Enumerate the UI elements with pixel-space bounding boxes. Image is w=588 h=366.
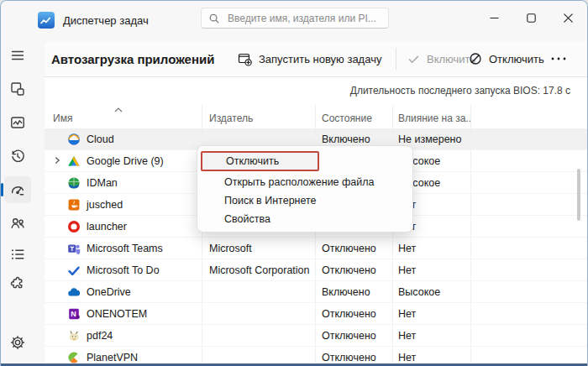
ellipsis-icon: [550, 56, 567, 61]
impact-cell: Высокое: [393, 281, 471, 302]
run-new-task-button[interactable]: Запустить новую задачу: [238, 41, 381, 76]
sidebar-item-settings[interactable]: [4, 329, 31, 356]
search-icon: [208, 13, 220, 24]
publisher-cell: [202, 281, 316, 302]
name-cell: IDMan: [45, 172, 202, 193]
publisher-cell: Microsoft: [202, 238, 316, 259]
sidebar-item-services[interactable]: [4, 270, 31, 297]
impact-cell: Нет: [393, 259, 471, 280]
app-name: ONENOTEM: [87, 308, 147, 320]
sort-asc-icon: [113, 107, 123, 113]
command-bar: Автозагрузка приложений Запустить новую …: [45, 41, 587, 77]
state-cell: Отключено: [316, 347, 393, 363]
app-name: PlanetVPN: [87, 352, 138, 363]
column-header-name[interactable]: Имя: [45, 105, 202, 128]
sidebar-item-startup-apps[interactable]: [4, 176, 31, 203]
startup-app-row[interactable]: Microsoft To DoMicrosoft CorporationОткл…: [45, 259, 587, 281]
teams-icon: [67, 242, 81, 255]
context-menu-item[interactable]: Открыть расположение файла: [197, 173, 412, 191]
more-options-button[interactable]: [550, 41, 567, 76]
name-cell: Cloud: [45, 128, 202, 149]
startup-app-row[interactable]: Microsoft TeamsMicrosoftОтключеноНет: [45, 238, 587, 259]
name-cell: pdf24: [45, 325, 202, 346]
hamburger-icon: [9, 47, 26, 64]
app-name: OneDrive: [87, 286, 131, 298]
sidebar-item-processes[interactable]: [4, 76, 31, 102]
google-drive-icon: [67, 154, 81, 168]
publisher-cell: [202, 325, 316, 346]
context-menu-item[interactable]: Свойства: [197, 210, 412, 228]
task-manager-window: Диспетчер задач Автозагрузка при: [0, 0, 588, 366]
maximize-button[interactable]: [512, 2, 549, 34]
search-input[interactable]: [226, 12, 381, 25]
sidebar-item-users[interactable]: [4, 210, 31, 237]
pdf24-icon: [67, 329, 81, 342]
minimize-button[interactable]: [475, 2, 512, 34]
context-menu: ОтключитьОткрыть расположение файлаПоиск…: [197, 145, 413, 233]
new-task-icon: [238, 52, 252, 66]
cloud-app-icon: [67, 133, 81, 146]
app-name: Cloud: [87, 133, 114, 145]
name-cell: PlanetVPN: [45, 347, 202, 363]
page-title: Автозагрузка приложений: [51, 41, 214, 76]
selected-page-indicator: [1, 183, 3, 196]
app-name: Microsoft Teams: [87, 243, 163, 254]
publisher-cell: [202, 303, 316, 324]
close-button[interactable]: [549, 2, 586, 34]
startup-app-row[interactable]: OneDriveВключеноВысокое: [45, 281, 587, 303]
users-icon: [9, 215, 26, 232]
onenote-icon: N: [67, 307, 81, 321]
name-cell: NONENOTEM: [45, 303, 202, 324]
impact-cell: Нет: [393, 303, 471, 324]
performance-icon: [9, 114, 26, 131]
app-name: launcher: [87, 221, 127, 233]
svg-text:N: N: [71, 310, 76, 318]
state-cell: Отключено: [316, 325, 393, 346]
launcher-icon: [67, 220, 81, 233]
startup-app-row[interactable]: pdf24ОтключеноНет: [45, 325, 587, 347]
enable-button[interactable]: Включить: [407, 41, 475, 76]
name-cell: OneDrive: [45, 281, 202, 302]
toolbar-separator: [396, 48, 396, 70]
app-history-icon: [9, 148, 26, 165]
app-name: Microsoft To Do: [87, 264, 160, 276]
bios-duration-text: Длительность последнего запуска BIOS: 17…: [45, 76, 587, 105]
startup-app-row[interactable]: PlanetVPNОтключеноНет: [45, 347, 587, 363]
sidebar-item-menu-toggle[interactable]: [4, 42, 31, 69]
vertical-scrollbar[interactable]: [577, 169, 580, 221]
state-cell: Отключено: [316, 259, 393, 280]
disable-button[interactable]: Отключить: [469, 41, 544, 76]
name-cell: Microsoft Teams: [45, 238, 202, 259]
impact-cell: Нет: [393, 325, 471, 346]
context-menu-item[interactable]: Отключить: [201, 151, 319, 171]
sidebar-item-details[interactable]: [4, 241, 31, 268]
java-icon: [67, 198, 81, 212]
titlebar: Диспетчер задач: [1, 1, 587, 41]
name-cell: launcher: [45, 216, 202, 237]
column-header-publisher[interactable]: Издатель: [202, 105, 316, 128]
name-cell: Google Drive (9): [45, 150, 202, 171]
planetvpn-icon: [67, 351, 81, 363]
onedrive-icon: [67, 285, 81, 299]
column-header-state[interactable]: Состояние: [316, 105, 393, 128]
context-menu-item[interactable]: Поиск в Интернете: [197, 191, 412, 210]
chevron-right-icon[interactable]: [52, 155, 62, 165]
publisher-cell: [202, 347, 316, 363]
startup-app-row[interactable]: NONENOTEMОтключеноНет: [45, 303, 587, 325]
todo-icon: [67, 264, 81, 277]
processes-icon: [9, 81, 26, 97]
check-icon: [407, 53, 420, 65]
sidebar: [1, 41, 34, 363]
name-cell: Microsoft To Do: [45, 259, 202, 280]
table-header: Имя Издатель Состояние Влияние на за...: [45, 105, 587, 129]
startup-icon: [9, 181, 26, 198]
app-name: IDMan: [87, 177, 118, 189]
services-icon: [9, 275, 26, 292]
column-header-impact[interactable]: Влияние на за...: [393, 105, 471, 128]
state-cell: Отключено: [316, 238, 393, 259]
app-name: jusched: [87, 199, 123, 211]
app-name: Google Drive (9): [87, 155, 164, 167]
search-box[interactable]: [201, 8, 389, 29]
sidebar-item-performance[interactable]: [4, 109, 31, 136]
sidebar-item-app-history[interactable]: [4, 143, 31, 170]
